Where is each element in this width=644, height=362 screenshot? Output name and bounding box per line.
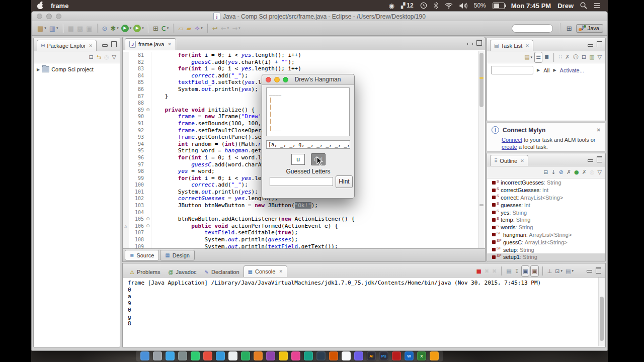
outline-field-yes[interactable]: Syes : String <box>487 209 605 216</box>
minimize-view-icon[interactable] <box>588 159 593 162</box>
outline-field-hangman[interactable]: SFhangman : ArrayList<String> <box>487 231 605 239</box>
scrollbar-thumb[interactable] <box>600 297 604 341</box>
dock-app-icon[interactable] <box>316 351 326 360</box>
notification-center-icon[interactable] <box>594 3 601 9</box>
tab-package-explorer[interactable]: ⊞ Package Explor ✕ <box>37 40 97 51</box>
outline-field-incorrectGuesses[interactable]: SincorrectGuesses : String <box>487 179 605 187</box>
group-by-owner-icon[interactable]: ☺ <box>572 52 579 62</box>
sort-icon[interactable]: ↓ <box>550 167 556 177</box>
hide-static-icon[interactable]: ✗ <box>566 167 572 177</box>
outline-field-correct[interactable]: Scorrect : ArrayList<String> <box>487 194 605 202</box>
dock-app-icon[interactable] <box>178 351 187 360</box>
close-icon[interactable]: ✕ <box>279 269 283 274</box>
view-menu-icon[interactable]: ▽ <box>111 52 117 62</box>
hide-completed-icon[interactable]: ✗ <box>564 52 571 62</box>
mylyn-link-connect[interactable]: Connect <box>502 137 522 143</box>
dock-app-icon[interactable] <box>166 351 175 360</box>
dock-app-icon[interactable] <box>266 351 275 360</box>
letter-input[interactable]: u <box>291 154 305 165</box>
wizard-wand-icon[interactable]: ✧▾ <box>193 23 203 33</box>
new-task-icon[interactable]: ▤▾ <box>523 52 533 62</box>
tab-design[interactable]: ▦ Design <box>160 250 195 260</box>
dock-app-icon[interactable] <box>304 351 313 360</box>
close-icon[interactable]: ✕ <box>89 43 93 48</box>
maximize-view-icon[interactable] <box>596 267 601 274</box>
task-activate-link[interactable]: Activate... <box>560 67 584 73</box>
debug-icon[interactable]: ✱▾ <box>109 23 119 33</box>
show-stdout-icon[interactable]: ▣ <box>521 265 529 277</box>
dock-app-icon[interactable]: X <box>417 351 426 360</box>
new-wizard-icon[interactable]: ▤▾ <box>36 23 47 33</box>
spotlight-search-icon[interactable] <box>580 2 587 9</box>
maximize-editor-icon[interactable] <box>476 40 482 46</box>
tab-frame-java[interactable]: J frame.java ✕ <box>125 38 176 50</box>
tab-declaration[interactable]: ✎Declaration <box>201 267 244 277</box>
open-perspective-icon[interactable]: ⊞ <box>567 25 572 32</box>
tree-item-project[interactable]: ▶ Comp Sci project <box>34 63 120 72</box>
dock-app-icon[interactable] <box>228 351 237 360</box>
scroll-lock-icon[interactable]: ↧ <box>514 266 520 276</box>
eclipse-title-bar[interactable]: j Java - Comp Sci project/src/frame.java… <box>32 12 607 22</box>
hide-fields-icon[interactable]: ⊘ <box>558 167 565 177</box>
dock-app-icon[interactable]: Ps <box>379 351 388 360</box>
tab-source[interactable]: ≣ Source <box>125 250 159 260</box>
hint-button[interactable]: Hint <box>336 175 353 188</box>
dock-app-icon[interactable] <box>430 351 439 360</box>
scheduled-view-icon[interactable]: ≣ <box>543 52 550 62</box>
collapse-all-icon[interactable]: ⊟ <box>88 52 94 62</box>
dock-app-icon[interactable] <box>354 351 363 360</box>
tab-task-list[interactable]: ▤ Task List ✕ <box>490 40 533 51</box>
gallows-textarea[interactable]: ____ | | | | |___ <box>266 87 350 136</box>
coverage-icon[interactable]: ▶▾ <box>133 23 144 33</box>
outline-field-setup[interactable]: SFsetup : String <box>487 246 605 253</box>
collapse-all-icon[interactable]: ⊟ <box>542 167 549 177</box>
guess-state-field[interactable]: [a, _, _, g, _, _, _, _, _, _] <box>266 140 350 149</box>
maximize-view-icon[interactable] <box>597 156 602 162</box>
dock-app-icon[interactable]: Ai <box>367 351 376 360</box>
open-folder-icon[interactable]: ▱ <box>177 23 184 33</box>
focus-workweek-icon[interactable]: ∷ <box>557 52 563 62</box>
bluetooth-icon[interactable] <box>434 2 438 9</box>
volume-icon[interactable] <box>459 3 467 9</box>
console-output[interactable]: frame [Java Application] /Library/Java/J… <box>123 277 598 347</box>
display-console-icon[interactable]: ⊡▾ <box>554 266 564 276</box>
minimize-button[interactable] <box>274 77 280 82</box>
run-icon[interactable]: ▶▾ <box>121 23 132 33</box>
skip-breakpoints-icon[interactable]: ⊘ <box>101 23 109 33</box>
close-icon[interactable]: ✕ <box>168 42 172 47</box>
occurrence-marker[interactable] <box>479 77 484 79</box>
view-menu-icon[interactable]: ▽ <box>597 167 603 177</box>
battery-icon[interactable] <box>493 3 505 9</box>
outline-field-guesses[interactable]: Sguesses : int <box>487 201 605 209</box>
dock-app-icon[interactable] <box>140 351 149 360</box>
task-repositories-icon[interactable]: ▥ <box>588 52 595 62</box>
dock-app-icon[interactable] <box>254 351 263 360</box>
outline-field-words[interactable]: Swords : String <box>487 224 605 231</box>
dock-app-icon[interactable] <box>153 351 162 360</box>
guessed-letters-input[interactable] <box>270 177 333 186</box>
collapse-all-icon[interactable]: ⊟ <box>581 52 587 62</box>
close-icon[interactable]: ✕ <box>520 158 524 163</box>
close-icon[interactable]: ✕ <box>597 127 601 133</box>
dock-app-icon[interactable] <box>279 351 288 360</box>
outline-field-temp[interactable]: Stemp : String <box>487 216 605 224</box>
time-machine-icon[interactable] <box>420 2 427 9</box>
pin-console-icon[interactable]: ⊥ <box>546 266 553 276</box>
tab-outline[interactable]: ⠿ Outline ✕ <box>490 155 528 166</box>
mylyn-link-create[interactable]: create <box>502 144 517 150</box>
screen-recording-icon[interactable]: ◉ <box>389 2 394 10</box>
status-app-icon[interactable]: ▞ 12 <box>401 2 414 9</box>
new-java-project-icon[interactable]: ⊞ <box>152 23 159 33</box>
maximize-view-icon[interactable] <box>111 41 117 47</box>
expand-arrow-icon[interactable]: ▶ <box>37 67 40 72</box>
last-edit-location-icon[interactable]: ↩ <box>211 23 219 33</box>
quick-access-input[interactable] <box>512 24 553 33</box>
user-menu[interactable]: Drew <box>557 2 574 10</box>
minimize-editor-icon[interactable] <box>467 43 473 45</box>
dock-app-icon[interactable] <box>342 351 351 360</box>
tab-console[interactable]: ▦Console✕ <box>244 265 287 277</box>
maximize-view-icon[interactable] <box>597 41 602 47</box>
dock-app-icon[interactable] <box>191 351 200 360</box>
wifi-icon[interactable] <box>445 3 453 9</box>
checkstyle-icon[interactable]: C▾ <box>160 23 170 33</box>
